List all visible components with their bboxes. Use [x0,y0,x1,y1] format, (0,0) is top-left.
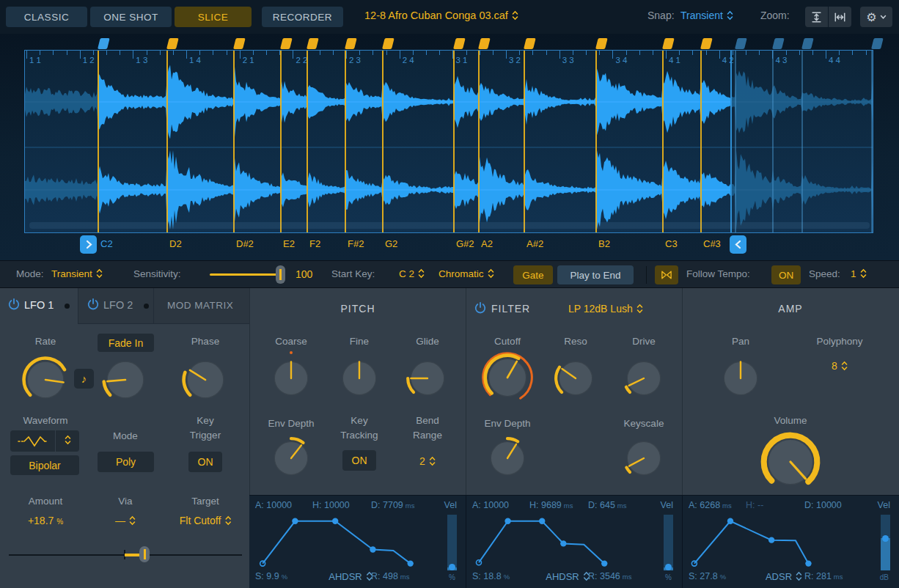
slice-line[interactable] [166,51,168,232]
target-selector[interactable]: Flt Cutoff [180,515,232,528]
envelope-graph[interactable] [469,513,650,570]
envelope-graph[interactable] [686,513,867,570]
filter-keyscale-knob[interactable] [621,436,667,481]
slice-flag[interactable] [662,38,675,49]
pitch-glide-knob[interactable] [405,356,450,401]
filter-reso-knob[interactable] [553,356,598,401]
tab-one-shot[interactable]: ONE SHOT [90,7,172,27]
filter-type-selector[interactable]: LP 12dB Lush [568,303,643,316]
slice-flag[interactable] [166,38,179,49]
slice-line[interactable] [453,51,455,232]
tab-classic[interactable]: CLASSIC [6,7,87,27]
slice-line[interactable] [280,51,282,232]
region-end-handle[interactable] [730,235,746,254]
amp-pan-knob[interactable] [718,356,763,401]
envelope-type-selector[interactable]: AHDSR [546,571,590,584]
slice-flag[interactable] [307,38,319,49]
velocity-slider[interactable] [447,515,457,570]
slice-line[interactable] [801,51,803,232]
envelope-handle[interactable] [768,537,774,543]
tab-lfo1[interactable]: LFO 1 [24,299,54,311]
bend-range-selector[interactable]: 2 [419,455,436,468]
action-menu-button[interactable]: ⚙ [860,7,892,27]
slice-line[interactable] [595,51,597,232]
tab-recorder[interactable]: RECORDER [262,7,343,27]
slice-line[interactable] [233,51,235,232]
waveform-scrollbar[interactable] [29,222,870,229]
slice-flag[interactable] [524,38,536,49]
velocity-slider[interactable] [664,515,673,570]
play-to-end-button[interactable]: Play to End [557,265,634,284]
slice-line[interactable] [735,51,736,232]
slice-line[interactable] [345,51,346,232]
waveform-box[interactable]: 1 11 21 31 42 12 22 32 43 13 23 33 44 14… [24,50,873,233]
key-tracking-button[interactable]: ON [342,450,376,471]
slice-flag[interactable] [453,38,466,49]
slice-line[interactable] [382,51,384,232]
start-key-selector[interactable]: C 2 [399,268,425,281]
speed-selector[interactable]: 1 [851,268,867,281]
slice-line[interactable] [98,51,99,232]
slice-line[interactable] [524,51,525,232]
slice-line[interactable] [662,51,664,232]
amount-value[interactable]: +18.7 % [28,515,63,526]
slice-line[interactable] [478,51,480,232]
pitch-coarse-knob[interactable] [268,356,314,401]
slice-flag[interactable] [382,38,395,49]
lfo1-power-button[interactable] [7,298,21,314]
mode-selector[interactable]: Transient [51,268,103,281]
tab-slice[interactable]: SLICE [175,7,252,27]
sensitivity-slider-handle[interactable] [276,265,285,284]
snap-selector[interactable]: Transient [680,10,733,23]
amp-volume-knob[interactable] [760,431,821,493]
lfo-mode-button[interactable]: Poly [98,452,154,472]
filter-env-depth-knob[interactable] [485,436,530,481]
slice-flag-dim[interactable] [772,38,785,49]
gate-button[interactable]: Gate [513,265,553,284]
region-end-line[interactable] [730,51,732,232]
region-start-handle[interactable] [80,235,97,254]
reverse-button[interactable] [655,265,678,284]
slice-flag-dim[interactable] [871,38,884,49]
filter-drive-knob[interactable] [621,356,667,401]
envelope-handle[interactable] [332,518,338,524]
tab-mod-matrix[interactable]: MOD MATRIX [167,300,233,311]
follow-tempo-toggle[interactable]: ON [771,265,801,284]
bipolar-button[interactable]: Bipolar [10,455,79,475]
fade-in-button[interactable]: Fade In [98,334,154,352]
horizontal-zoom-button[interactable] [829,7,851,27]
slice-flag-dim[interactable] [801,38,814,49]
lfo-rate-knob[interactable] [21,355,70,405]
lfo-waveform-selector[interactable] [10,430,79,452]
velocity-handle[interactable] [665,564,672,570]
lfo-fade-knob[interactable] [100,355,150,405]
velocity-slider[interactable] [881,515,890,570]
tab-lfo2[interactable]: LFO 2 [103,299,133,311]
polyphony-selector[interactable]: 8 [832,360,848,373]
envelope-handle[interactable] [370,546,375,552]
sensitivity-slider-track[interactable] [210,273,283,276]
filter-power-button[interactable] [474,301,487,317]
key-trigger-button[interactable]: ON [188,452,222,472]
envelope-handle[interactable] [292,518,298,524]
slice-flag[interactable] [700,38,713,49]
pitch-fine-knob[interactable] [337,356,382,401]
sample-file-selector[interactable]: 12-8 Afro Cuban Conga 03.caf [364,10,518,23]
velocity-handle[interactable] [449,564,455,570]
slice-line[interactable] [871,51,873,232]
rate-note-sync-button[interactable]: ♪ [74,369,94,389]
lfo2-power-button[interactable] [87,298,100,314]
slice-flag[interactable] [280,38,293,49]
region-start-flag[interactable] [98,38,110,49]
velocity-handle[interactable] [882,535,889,542]
slice-flag-dim[interactable] [735,38,747,49]
slice-flag[interactable] [478,38,491,49]
envelope-handle[interactable] [805,560,811,566]
waveform-stepper[interactable] [56,435,79,447]
envelope-handle[interactable] [539,518,545,524]
slice-flag[interactable] [345,38,357,49]
envelope-graph[interactable] [252,513,433,570]
slice-line[interactable] [307,51,308,232]
pitch-env-depth-knob[interactable] [268,436,314,481]
scale-selector[interactable]: Chromatic [439,268,494,281]
